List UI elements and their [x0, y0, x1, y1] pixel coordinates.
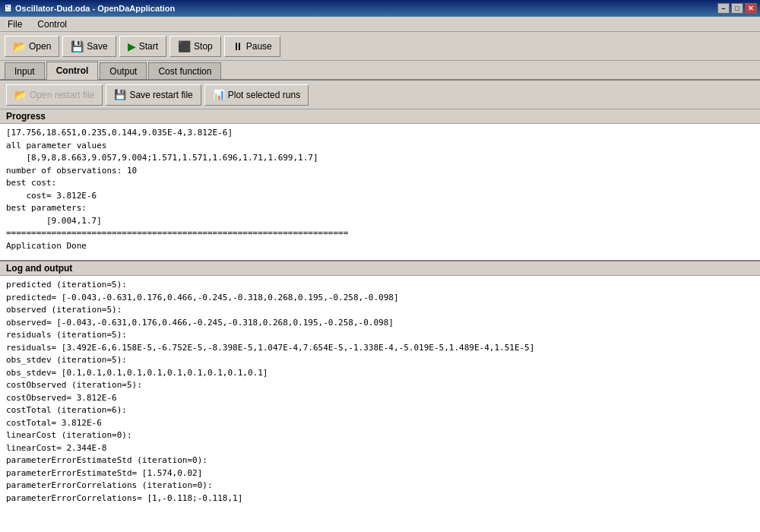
tab-output[interactable]: Output	[100, 62, 147, 79]
tab-cost-function[interactable]: Cost function	[148, 62, 221, 79]
plot-runs-label: Plot selected runs	[228, 90, 300, 100]
open-restart-button[interactable]: 📂 Open restart file	[6, 84, 103, 106]
stop-button[interactable]: ⬛ Stop	[169, 36, 221, 57]
window-title: Oscillator-Dud.oda - OpenDaApplication	[15, 4, 175, 13]
progress-content[interactable]: [17.756,18.651,0.235,0.144,9.035E-4,3.81…	[0, 124, 760, 260]
save-button[interactable]: 💾 Save	[62, 36, 116, 57]
open-label: Open	[29, 41, 51, 52]
log-content[interactable]: predicted (iteration=5): predicted= [-0.…	[0, 276, 760, 532]
log-text: predicted (iteration=5): predicted= [-0.…	[6, 279, 754, 505]
minimize-button[interactable]: –	[717, 3, 730, 14]
plot-runs-button[interactable]: 📊 Plot selected runs	[204, 84, 309, 106]
sub-toolbar: 📂 Open restart file 💾 Save restart file …	[0, 81, 760, 109]
title-text: 🖥 Oscillator-Dud.oda - OpenDaApplication	[3, 3, 175, 14]
start-label: Start	[139, 41, 158, 52]
open-restart-icon: 📂	[14, 89, 27, 100]
save-restart-icon: 💾	[114, 89, 126, 100]
stop-label: Stop	[194, 41, 213, 52]
menu-control[interactable]: Control	[33, 17, 71, 31]
open-button[interactable]: 📂 Open	[5, 36, 59, 57]
menu-file[interactable]: File	[3, 17, 27, 31]
menu-bar: File Control	[0, 17, 760, 32]
save-restart-label: Save restart file	[129, 90, 192, 100]
plot-icon: 📊	[213, 89, 225, 100]
tab-bar: Input Control Output Cost function	[0, 61, 760, 81]
progress-text: [17.756,18.651,0.235,0.144,9.035E-4,3.81…	[6, 127, 754, 252]
progress-section: Progress [17.756,18.651,0.235,0.144,9.03…	[0, 109, 760, 261]
folder-icon: 📂	[13, 40, 26, 52]
progress-header: Progress	[0, 109, 760, 124]
log-section: Log and output predicted (iteration=5): …	[0, 261, 760, 532]
tab-control[interactable]: Control	[46, 62, 99, 80]
open-restart-label: Open restart file	[30, 90, 94, 100]
toolbar: 📂 Open 💾 Save ▶ Start ⬛ Stop ⏸ Pause	[0, 32, 760, 61]
tab-input[interactable]: Input	[5, 62, 45, 79]
stop-icon: ⬛	[178, 40, 191, 52]
save-icon: 💾	[71, 40, 84, 52]
title-controls: – □ ✕	[717, 3, 757, 14]
save-restart-button[interactable]: 💾 Save restart file	[106, 84, 201, 106]
pause-icon: ⏸	[233, 40, 243, 52]
app-icon: 🖥	[3, 3, 12, 14]
main-content: Progress [17.756,18.651,0.235,0.144,9.03…	[0, 109, 760, 532]
maximize-button[interactable]: □	[731, 3, 743, 14]
pause-button[interactable]: ⏸ Pause	[224, 36, 280, 57]
save-label: Save	[87, 41, 107, 52]
close-button[interactable]: ✕	[745, 3, 757, 14]
title-bar: 🖥 Oscillator-Dud.oda - OpenDaApplication…	[0, 0, 760, 17]
start-button[interactable]: ▶ Start	[119, 36, 166, 57]
start-icon: ▶	[128, 40, 136, 52]
log-header: Log and output	[0, 261, 760, 276]
pause-label: Pause	[246, 41, 272, 52]
